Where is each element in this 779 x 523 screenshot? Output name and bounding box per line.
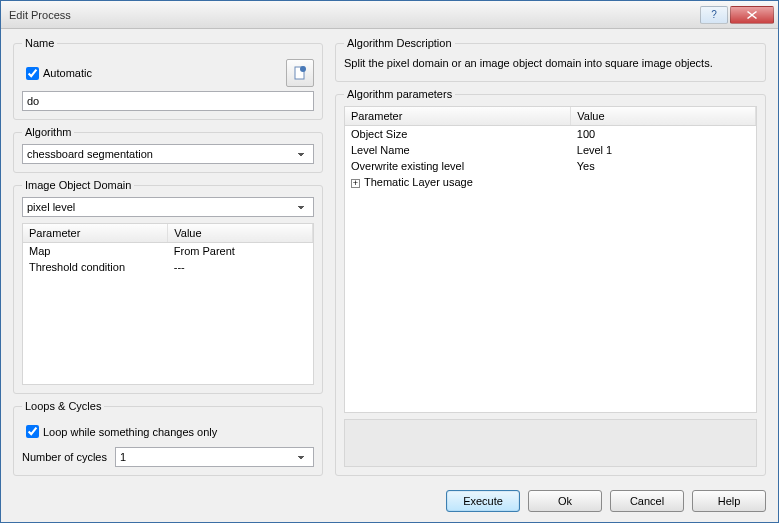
name-action-button[interactable] — [286, 59, 314, 87]
loop-checkbox[interactable] — [26, 425, 39, 438]
cycles-select[interactable]: 1 — [115, 447, 314, 467]
algorithm-fieldset: Algorithm chessboard segmentation — [13, 126, 323, 173]
table-row[interactable]: Overwrite existing level Yes — [345, 158, 756, 174]
table-row[interactable]: Object Size 100 — [345, 126, 756, 143]
execute-button[interactable]: Execute — [446, 490, 520, 512]
algo-col-parameter[interactable]: Parameter — [345, 107, 571, 126]
domain-col-value[interactable]: Value — [168, 224, 313, 243]
edit-process-dialog: Edit Process ? Name Automatic — [0, 0, 779, 523]
name-input[interactable] — [22, 91, 314, 111]
help-button[interactable]: Help — [692, 490, 766, 512]
algo-params-fieldset: Algorithm parameters Parameter Value — [335, 88, 766, 476]
table-row[interactable]: Level Name Level 1 — [345, 142, 756, 158]
preview-area — [344, 419, 757, 467]
algo-params-table[interactable]: Parameter Value Object Size 100 — [344, 106, 757, 413]
algo-col-value[interactable]: Value — [571, 107, 756, 126]
name-legend: Name — [22, 37, 57, 49]
domain-param-table[interactable]: Parameter Value Map From Parent — [22, 223, 314, 385]
automatic-checkbox[interactable] — [26, 67, 39, 80]
loops-legend: Loops & Cycles — [22, 400, 104, 412]
document-icon — [292, 65, 308, 81]
loop-label: Loop while something changes only — [43, 426, 217, 438]
algo-params-legend: Algorithm parameters — [344, 88, 455, 100]
description-fieldset: Algorithm Description Split the pixel do… — [335, 37, 766, 82]
algorithm-select[interactable]: chessboard segmentation — [22, 144, 314, 164]
loops-fieldset: Loops & Cycles Loop while something chan… — [13, 400, 323, 476]
algorithm-legend: Algorithm — [22, 126, 74, 138]
table-row[interactable]: Map From Parent — [23, 243, 313, 260]
titlebar-close-button[interactable] — [730, 6, 774, 24]
cancel-button[interactable]: Cancel — [610, 490, 684, 512]
automatic-label: Automatic — [43, 67, 92, 79]
description-text: Split the pixel domain or an image objec… — [344, 55, 757, 73]
svg-point-1 — [300, 66, 306, 72]
table-row[interactable]: +Thematic Layer usage — [345, 174, 756, 190]
titlebar[interactable]: Edit Process ? — [1, 1, 778, 29]
ok-button[interactable]: Ok — [528, 490, 602, 512]
window-title: Edit Process — [9, 9, 698, 21]
dialog-buttons: Execute Ok Cancel Help — [13, 482, 766, 512]
domain-legend: Image Object Domain — [22, 179, 134, 191]
description-legend: Algorithm Description — [344, 37, 455, 49]
close-icon — [747, 11, 757, 19]
domain-fieldset: Image Object Domain pixel level Paramete… — [13, 179, 323, 394]
domain-col-parameter[interactable]: Parameter — [23, 224, 168, 243]
expand-icon[interactable]: + — [351, 179, 360, 188]
table-row[interactable]: Threshold condition --- — [23, 259, 313, 275]
titlebar-help-button[interactable]: ? — [700, 6, 728, 24]
cycles-label: Number of cycles — [22, 451, 107, 463]
name-fieldset: Name Automatic — [13, 37, 323, 120]
domain-select[interactable]: pixel level — [22, 197, 314, 217]
